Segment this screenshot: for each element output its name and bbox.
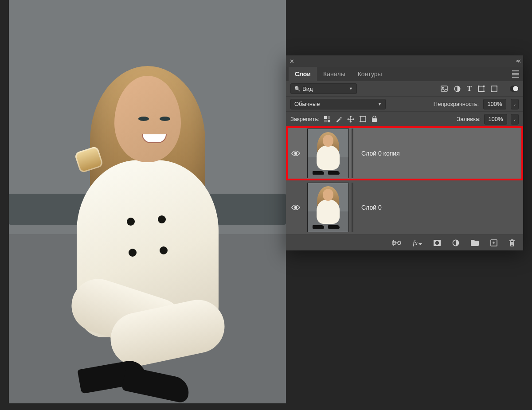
opacity-value[interactable]: 100%: [483, 99, 506, 109]
svg-rect-13: [360, 117, 365, 121]
filter-toggle[interactable]: [510, 86, 519, 92]
collapse-icon[interactable]: <<: [516, 58, 520, 64]
type-icon[interactable]: T: [467, 85, 472, 93]
svg-rect-12: [328, 120, 330, 122]
blend-mode-select[interactable]: Обычные ▼: [290, 99, 386, 109]
chevron-down-icon: ▼: [378, 102, 382, 106]
fill-value[interactable]: 100%: [484, 114, 507, 125]
layer-name[interactable]: Слой 0 копия: [361, 150, 400, 157]
layer-row[interactable]: Слой 0 копия: [286, 126, 523, 180]
svg-rect-0: [441, 86, 447, 91]
fx-icon[interactable]: fx: [413, 239, 422, 247]
tab-channels[interactable]: Каналы: [317, 67, 352, 81]
close-icon[interactable]: ✕: [289, 58, 294, 65]
svg-point-7: [483, 91, 485, 92]
svg-rect-14: [372, 118, 377, 122]
svg-rect-9: [324, 116, 327, 119]
pixels-lock-icon[interactable]: [324, 116, 330, 122]
document-canvas[interactable]: [9, 0, 286, 403]
fill-chevron-icon[interactable]: ⌄: [511, 114, 519, 125]
svg-point-16: [294, 206, 297, 208]
mask-icon[interactable]: [434, 240, 441, 246]
layer-row[interactable]: Слой 0: [286, 180, 523, 234]
panel-tabs: Слои Каналы Контуры: [286, 67, 523, 81]
tab-paths[interactable]: Контуры: [352, 67, 388, 81]
opacity-label: Непрозрачность:: [434, 101, 479, 107]
svg-point-20: [435, 241, 439, 245]
adjustment-layer-icon[interactable]: [452, 239, 459, 246]
layer-name[interactable]: Слой 0: [361, 204, 382, 211]
all-lock-icon[interactable]: [372, 116, 377, 122]
link-icon[interactable]: [392, 240, 401, 246]
layer-filter-row: Вид ▼ T: [286, 81, 523, 96]
layer-thumbnail[interactable]: [307, 129, 349, 178]
canvas-subject: [52, 58, 243, 395]
lock-fill-row: Закрепить: Заливка: 100% ⌄: [286, 111, 523, 126]
svg-rect-8: [491, 86, 497, 92]
tab-layers[interactable]: Слои: [289, 67, 317, 81]
svg-point-5: [483, 86, 485, 87]
blend-opacity-row: Обычные ▼ Непрозрачность: 100% ⌄: [286, 96, 523, 111]
image-icon[interactable]: [441, 86, 448, 92]
layers-panel: ✕ << Слои Каналы Контуры Вид ▼ T Обычные…: [286, 55, 523, 250]
group-icon[interactable]: [471, 240, 479, 246]
smartobject-icon[interactable]: [491, 86, 497, 92]
svg-rect-10: [328, 116, 330, 119]
blend-mode-value: Обычные: [294, 101, 320, 107]
panel-menu-icon[interactable]: [511, 70, 520, 79]
move-lock-icon[interactable]: [347, 116, 354, 123]
tab-label: Слои: [295, 70, 311, 78]
layer-filter-label: Вид: [302, 86, 313, 92]
artboard-lock-icon[interactable]: [360, 116, 366, 122]
layer-thumbnail[interactable]: [307, 183, 349, 232]
layer-list: Слой 0 копия Слой 0: [286, 126, 523, 234]
shape-icon[interactable]: [478, 86, 485, 92]
svg-point-15: [294, 152, 297, 154]
panel-footer: fx: [286, 234, 523, 250]
brush-lock-icon[interactable]: [336, 116, 342, 122]
chevron-down-icon: ▼: [349, 86, 353, 91]
svg-point-6: [478, 91, 479, 92]
tab-label: Контуры: [358, 70, 382, 78]
tab-label: Каналы: [323, 70, 345, 78]
mask-divider: [352, 129, 353, 178]
mask-divider: [352, 183, 353, 232]
visibility-toggle[interactable]: [286, 150, 305, 156]
visibility-toggle[interactable]: [286, 204, 305, 211]
svg-point-4: [478, 86, 479, 87]
opacity-chevron-icon[interactable]: ⌄: [511, 99, 519, 109]
svg-point-1: [442, 87, 444, 89]
new-layer-icon[interactable]: [490, 239, 497, 246]
lock-label: Закрепить:: [290, 116, 320, 122]
adjustment-icon[interactable]: [454, 86, 461, 92]
panel-titlebar[interactable]: ✕ <<: [286, 55, 523, 67]
fill-label: Заливка:: [457, 116, 481, 122]
layer-filter-select[interactable]: Вид ▼: [290, 83, 357, 94]
svg-rect-3: [479, 86, 484, 91]
trash-icon[interactable]: [509, 239, 515, 246]
svg-rect-11: [324, 120, 327, 122]
